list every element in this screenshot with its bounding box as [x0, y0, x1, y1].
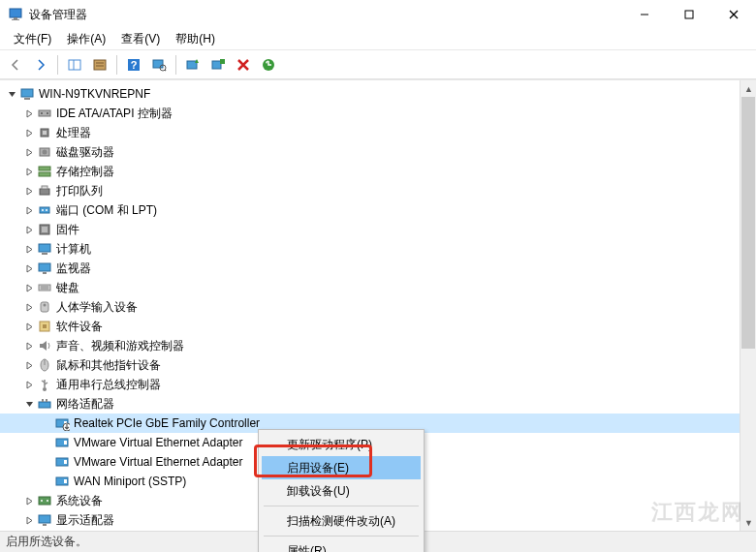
close-button[interactable] — [711, 0, 756, 29]
cpu-icon — [37, 125, 52, 140]
svg-rect-31 — [39, 172, 50, 176]
enable-device-button[interactable] — [206, 53, 230, 77]
properties-button[interactable] — [88, 53, 111, 77]
expand-icon[interactable] — [21, 377, 37, 392]
expand-icon[interactable] — [21, 280, 37, 295]
svg-point-47 — [44, 304, 47, 307]
svg-rect-30 — [39, 167, 50, 170]
back-button[interactable] — [4, 53, 27, 77]
svg-point-25 — [47, 112, 48, 114]
expand-icon[interactable] — [21, 183, 37, 199]
expander-placeholder — [39, 454, 54, 470]
tree-item-label: VMware Virtual Ethernet Adapter — [74, 436, 243, 449]
toolbar-separator — [175, 55, 176, 75]
tree-category[interactable]: 键盘 — [0, 278, 756, 297]
title-bar: 设备管理器 — [0, 0, 756, 29]
svg-rect-54 — [42, 399, 44, 402]
collapse-icon[interactable] — [4, 86, 19, 102]
minimize-button[interactable] — [622, 0, 667, 29]
keyboard-icon — [37, 280, 52, 295]
tree-item-label: WIN-N9TKVNREPNF — [39, 87, 150, 101]
expand-icon[interactable] — [21, 493, 37, 508]
tree-category[interactable]: 端口 (COM 和 LPT) — [0, 200, 756, 220]
update-driver-button[interactable] — [181, 53, 205, 77]
expander-placeholder — [39, 435, 54, 450]
tree-category[interactable]: 打印队列 — [0, 181, 756, 200]
tree-category[interactable]: IDE ATA/ATAPI 控制器 — [0, 104, 756, 123]
port-icon — [37, 202, 52, 218]
hid-icon — [37, 299, 52, 315]
tree-item-label: 端口 (COM 和 LPT) — [56, 202, 157, 219]
forward-button[interactable] — [29, 53, 52, 77]
expand-icon[interactable] — [21, 512, 37, 528]
tree-item-label: WAN Miniport (SSTP) — [74, 475, 186, 488]
svg-point-24 — [41, 112, 43, 114]
tree-root[interactable]: WIN-N9TKVNREPNF — [0, 84, 756, 104]
scan-button[interactable] — [147, 53, 171, 77]
collapse-icon[interactable] — [21, 396, 37, 412]
menu-help[interactable]: 帮助(H) — [168, 29, 223, 49]
expand-icon[interactable] — [21, 338, 37, 353]
refresh-button[interactable] — [257, 53, 280, 77]
svg-rect-41 — [39, 263, 50, 271]
context-menu-separator — [264, 536, 419, 537]
context-menu-scan[interactable]: 扫描检测硬件改动(A) — [262, 509, 421, 533]
audio-icon — [37, 338, 52, 353]
tree-category-network[interactable]: 网络适配器 — [0, 394, 756, 414]
tree-category[interactable]: 监视器 — [0, 259, 756, 278]
show-hide-console-button[interactable] — [63, 53, 86, 77]
app-icon — [8, 7, 23, 22]
svg-rect-43 — [39, 285, 50, 291]
expand-icon[interactable] — [21, 241, 37, 257]
tree-category[interactable]: 通用串行总线控制器 — [0, 375, 756, 394]
expand-icon[interactable] — [21, 357, 37, 373]
vertical-scrollbar[interactable]: ▲ ▼ — [740, 80, 756, 531]
software-icon — [37, 319, 52, 334]
expand-icon[interactable] — [21, 261, 37, 276]
scroll-down-button[interactable]: ▼ — [740, 514, 756, 531]
menu-file[interactable]: 文件(F) — [6, 29, 59, 49]
printer-icon — [37, 183, 52, 199]
context-menu-uninstall[interactable]: 卸载设备(U) — [262, 479, 421, 503]
expand-icon[interactable] — [21, 202, 37, 218]
svg-rect-32 — [40, 189, 49, 195]
tree-item-label: 显示适配器 — [56, 512, 114, 529]
menu-action[interactable]: 操作(A) — [59, 29, 113, 49]
mouse-icon — [37, 357, 52, 373]
expand-icon[interactable] — [21, 319, 37, 334]
context-menu-properties[interactable]: 属性(R) — [262, 539, 421, 552]
expand-icon[interactable] — [21, 106, 37, 121]
tree-category[interactable]: 软件设备 — [0, 317, 756, 336]
toolbar-separator — [116, 55, 117, 75]
svg-rect-34 — [40, 207, 49, 213]
expand-icon[interactable] — [21, 164, 37, 179]
tree-category[interactable]: 存储控制器 — [0, 162, 756, 181]
svg-point-35 — [42, 209, 44, 211]
expander-placeholder — [39, 474, 54, 489]
context-menu-update[interactable]: 更新驱动程序(P) — [262, 433, 421, 456]
help-button[interactable]: ? — [122, 53, 145, 77]
uninstall-button[interactable] — [232, 53, 255, 77]
tree-category[interactable]: 声音、视频和游戏控制器 — [0, 336, 756, 355]
tree-item-label: 声音、视频和游戏控制器 — [56, 338, 184, 354]
nic-icon — [54, 454, 70, 470]
context-menu-enable[interactable]: 启用设备(E) — [262, 456, 421, 479]
tree-category[interactable]: 处理器 — [0, 123, 756, 142]
tree-category[interactable]: 固件 — [0, 220, 756, 239]
scroll-thumb[interactable] — [741, 97, 755, 349]
tree-category[interactable]: 鼠标和其他指针设备 — [0, 355, 756, 375]
menu-view[interactable]: 查看(V) — [113, 29, 168, 49]
expand-icon[interactable] — [21, 144, 37, 160]
tree-item-label: 监视器 — [56, 261, 91, 277]
expand-icon[interactable] — [21, 299, 37, 315]
maximize-button[interactable] — [667, 0, 711, 29]
scroll-up-button[interactable]: ▲ — [740, 80, 756, 97]
storage-icon — [37, 164, 52, 179]
tree-category[interactable]: 计算机 — [0, 239, 756, 259]
svg-rect-40 — [42, 253, 47, 255]
tree-category[interactable]: 磁盘驱动器 — [0, 142, 756, 162]
expand-icon[interactable] — [21, 222, 37, 237]
expand-icon[interactable] — [21, 125, 37, 140]
svg-rect-7 — [69, 60, 80, 70]
tree-category[interactable]: 人体学输入设备 — [0, 297, 756, 317]
